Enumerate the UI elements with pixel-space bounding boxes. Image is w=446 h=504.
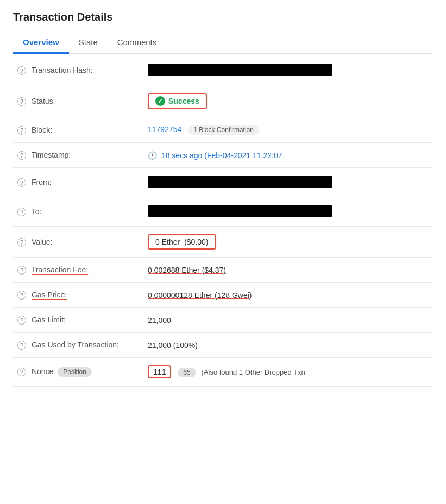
value-label: ? Value: <box>13 227 143 258</box>
question-icon[interactable]: ? <box>17 208 26 216</box>
table-row: ? Status: ✓ Success <box>13 85 433 117</box>
block-number-link[interactable]: 11792754 <box>148 125 181 134</box>
nonce-label: ? Nonce Position <box>13 358 143 387</box>
detail-table: ? Transaction Hash: ? Status: ✓ Success <box>13 56 433 387</box>
ether-amount: 0 Ether <box>155 238 180 246</box>
table-row: ? Gas Limit: 21,000 <box>13 308 433 333</box>
nonce-number: 111 <box>148 365 171 378</box>
gas-used-label: ? Gas Used by Transaction: <box>13 333 143 358</box>
clock-icon: 🕐 <box>148 151 157 160</box>
gas-price-label: ? Gas Price: <box>13 283 143 308</box>
status-label: ? Status: <box>13 85 143 117</box>
tab-overview[interactable]: Overview <box>13 32 69 54</box>
position-badge: Position <box>58 367 92 377</box>
table-row: ? Timestamp: 🕐 18 secs ago (Feb-04-2021 … <box>13 143 433 168</box>
usd-amount: ($0.00) <box>184 238 208 246</box>
timestamp-value: 🕐 18 secs ago (Feb-04-2021 11:22:07 <box>143 143 433 168</box>
tx-fee-amount: 0.002688 Ether ($4.37) <box>148 266 226 275</box>
table-row: ? Block: 11792754 1 Block Confirmation <box>13 117 433 143</box>
tab-bar: Overview State Comments <box>13 32 433 54</box>
nonce-value: 111 65 (Also found 1 Other Dropped Txn <box>143 358 433 387</box>
table-row: ? To: <box>13 197 433 227</box>
to-redacted <box>148 205 332 217</box>
table-row: ? Transaction Fee: 0.002688 Ether ($4.37… <box>13 258 433 283</box>
from-value <box>143 168 433 197</box>
question-icon[interactable]: ? <box>17 341 26 350</box>
table-row: ? Gas Used by Transaction: 21,000 (100%) <box>13 333 433 358</box>
question-icon[interactable]: ? <box>17 178 26 187</box>
tx-hash-label: ? Transaction Hash: <box>13 56 143 85</box>
from-redacted <box>148 176 332 188</box>
table-row: ? Gas Price: 0.000000128 Ether (128 Gwei… <box>13 283 433 308</box>
value-value: 0 Ether ($0.00) <box>143 227 433 258</box>
tx-fee-value: 0.002688 Ether ($4.37) <box>143 258 433 283</box>
gas-limit-value: 21,000 <box>143 308 433 333</box>
question-icon[interactable]: ? <box>17 66 26 75</box>
to-value <box>143 197 433 227</box>
question-icon[interactable]: ? <box>17 266 26 275</box>
position-number: 65 <box>178 368 196 377</box>
question-icon[interactable]: ? <box>17 126 26 135</box>
table-row: ? From: <box>13 168 433 197</box>
status-value: ✓ Success <box>143 85 433 117</box>
tab-comments[interactable]: Comments <box>108 32 167 54</box>
check-icon: ✓ <box>155 96 165 106</box>
gas-price-value: 0.000000128 Ether (128 Gwei) <box>143 283 433 308</box>
also-found-text: (Also found 1 Other Dropped Txn <box>202 368 305 376</box>
tx-fee-label: ? Transaction Fee: <box>13 258 143 283</box>
table-row: ? Nonce Position 111 65 (Also found 1 Ot… <box>13 358 433 387</box>
question-icon[interactable]: ? <box>17 368 26 376</box>
from-label: ? From: <box>13 168 143 197</box>
question-icon[interactable]: ? <box>17 97 26 106</box>
table-row: ? Transaction Hash: <box>13 56 433 85</box>
gas-price-amount: 0.000000128 Ether (128 Gwei) <box>148 291 252 300</box>
page-title: Transaction Details <box>13 11 433 23</box>
to-label: ? To: <box>13 197 143 227</box>
timestamp-label: ? Timestamp: <box>13 143 143 168</box>
question-icon[interactable]: ? <box>17 151 26 160</box>
gas-limit-label: ? Gas Limit: <box>13 308 143 333</box>
question-icon[interactable]: ? <box>17 316 26 325</box>
tab-state[interactable]: State <box>69 32 108 54</box>
tx-hash-value <box>143 56 433 85</box>
tx-hash-redacted <box>148 64 332 76</box>
value-box: 0 Ether ($0.00) <box>148 234 216 250</box>
status-badge: ✓ Success <box>148 93 207 109</box>
table-row: ? Value: 0 Ether ($0.00) <box>13 227 433 258</box>
question-icon[interactable]: ? <box>17 291 26 300</box>
block-confirmation-badge: 1 Block Confirmation <box>188 125 259 135</box>
block-value: 11792754 1 Block Confirmation <box>143 117 433 143</box>
gas-used-value: 21,000 (100%) <box>143 333 433 358</box>
block-label: ? Block: <box>13 117 143 143</box>
question-icon[interactable]: ? <box>17 238 26 247</box>
main-container: Transaction Details Overview State Comme… <box>0 0 446 504</box>
